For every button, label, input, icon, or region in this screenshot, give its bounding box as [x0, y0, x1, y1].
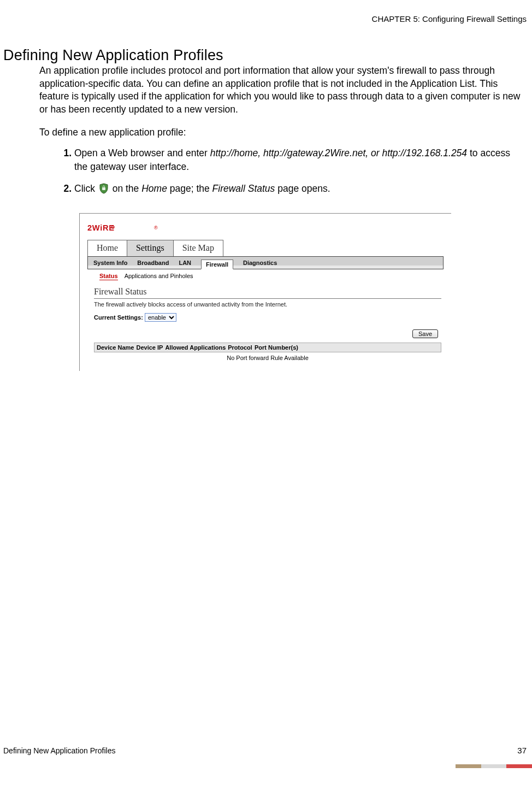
twowire-logo: 2WiRE — [87, 222, 153, 233]
firewall-status-screenshot: 2WiRE ® Home Settings Site Map System In… — [79, 213, 451, 371]
logo-registered: ® — [154, 225, 158, 231]
intro-paragraph: An application profile includes protocol… — [39, 64, 524, 116]
tertiary-status[interactable]: Status — [99, 273, 118, 280]
shield-icon — [99, 183, 109, 198]
save-button[interactable]: Save — [412, 329, 438, 338]
lead-paragraph: To define a new application profile: — [39, 126, 524, 139]
col-device-ip: Device IP — [137, 344, 163, 351]
panel-title: Firewall Status — [94, 287, 441, 299]
footer-stripe — [456, 764, 532, 768]
current-settings-select[interactable]: enable — [145, 313, 176, 322]
tertiary-nav: Status Applications and Pinholes — [87, 269, 451, 284]
col-allowed-apps: Allowed Applications — [165, 344, 226, 351]
footer-page-number: 37 — [517, 746, 527, 755]
section-heading: Defining New Application Profiles — [3, 47, 223, 64]
subnav-system-info[interactable]: System Info — [93, 260, 127, 267]
svg-rect-0 — [102, 187, 105, 190]
primary-tabs: Home Settings Site Map — [87, 240, 451, 256]
no-rule-message: No Port forward Rule Available — [94, 352, 441, 362]
subnav-lan[interactable]: LAN — [179, 260, 191, 267]
step-2-fs: Firewall Status — [212, 183, 275, 194]
logo-row: 2WiRE ® — [87, 218, 451, 238]
col-port-numbers: Port Number(s) — [255, 344, 298, 351]
step-1: Open a Web browser and enter http://home… — [74, 146, 524, 173]
current-settings-label: Current Settings: — [94, 314, 143, 321]
tab-settings[interactable]: Settings — [127, 240, 174, 256]
tab-sitemap[interactable]: Site Map — [173, 240, 223, 256]
tab-home[interactable]: Home — [87, 240, 127, 256]
subnav-broadband[interactable]: Broadband — [137, 260, 169, 267]
svg-text:2WiRE: 2WiRE — [87, 223, 115, 232]
step-2-text-b: on the — [113, 183, 142, 194]
rules-table-header: Device Name Device IP Allowed Applicatio… — [94, 343, 441, 352]
step-2-home: Home — [141, 183, 167, 194]
step-2-text-a: Click — [74, 183, 98, 194]
panel-description: The firewall actively blocks access of u… — [94, 301, 441, 308]
col-protocol: Protocol — [228, 344, 252, 351]
step-2: Click on the Home page; the Firewall Sta… — [74, 182, 524, 198]
subnav-firewall[interactable]: Firewall — [201, 260, 233, 269]
col-device-name: Device Name — [97, 344, 134, 351]
subnav-diagnostics[interactable]: Diagnostics — [243, 260, 277, 267]
step-1-urls: http://home, http://gateway.2Wire.net, o… — [210, 148, 467, 158]
step-1-text-a: Open a Web browser and enter — [74, 148, 210, 158]
current-settings-row: Current Settings: enable — [94, 313, 441, 322]
tertiary-apps-pinholes[interactable]: Applications and Pinholes — [125, 273, 193, 280]
step-2-text-d: page opens. — [275, 183, 330, 194]
secondary-nav: System Info Broadband LAN Firewall Diagn… — [87, 256, 444, 269]
step-2-text-c: page; the — [167, 183, 212, 194]
footer-section-name: Defining New Application Profiles — [3, 746, 115, 755]
chapter-header: CHAPTER 5: Configuring Firewall Settings — [372, 14, 527, 23]
